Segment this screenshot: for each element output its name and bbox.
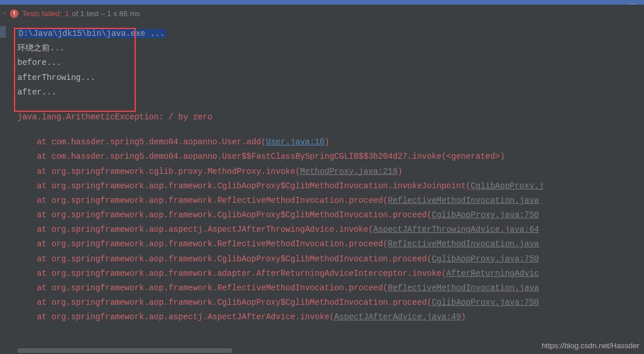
stack-source-link[interactable]: CglibAopProxy.java:750 xyxy=(432,210,539,220)
stack-frame: at org.springframework.aop.framework.Ref… xyxy=(17,194,638,208)
stack-source-link[interactable]: AspectJAfterAdvice.java:49 xyxy=(334,312,461,322)
stack-prefix: at org.springframework.cglib.proxy.Metho… xyxy=(17,167,300,176)
stack-prefix: at org.springframework.aop.framework.Cgl… xyxy=(17,210,432,220)
stack-prefix: at org.springframework.aop.framework.ada… xyxy=(17,269,446,278)
exception-line: java.lang.ArithmeticException: / by zero xyxy=(17,110,638,125)
stack-prefix: at org.springframework.aop.framework.Ref… xyxy=(17,283,388,293)
stack-source-link[interactable]: ReflectiveMethodInvocation.java xyxy=(388,196,539,205)
stack-frame: at org.springframework.aop.framework.Cgl… xyxy=(17,252,638,267)
output-line: 环绕之前... xyxy=(17,41,638,56)
output-line: after... xyxy=(17,85,638,100)
stack-prefix: at org.springframework.aop.aspectj.Aspec… xyxy=(17,225,373,234)
stack-source-link[interactable]: MethodProxy.java:218 xyxy=(300,167,397,176)
status-detail: of 1 test – 1 s 86 ms xyxy=(72,9,140,18)
stack-source-link[interactable]: CglibAopProxy.j xyxy=(471,181,544,191)
stack-frame: at org.springframework.aop.framework.Cgl… xyxy=(17,179,638,194)
stack-suffix: ) xyxy=(397,167,402,176)
watermark-text: https://blog.csdn.net/Hassder xyxy=(542,341,639,350)
stack-frame: at org.springframework.aop.framework.Ref… xyxy=(17,281,638,295)
stack-trace: at com.hassder.spring5.demo04.aopanno.Us… xyxy=(17,135,638,324)
stack-prefix: at org.springframework.aop.framework.Cgl… xyxy=(17,298,432,307)
stack-source-link[interactable]: ReflectiveMethodInvocation.java xyxy=(388,283,539,293)
status-count: 1 xyxy=(65,9,69,18)
stack-prefix: at com.hassder.spring5.demo04.aopanno.Us… xyxy=(17,152,505,161)
minimize-icon[interactable]: — xyxy=(629,0,635,9)
command-line: D:\Java\jdk15\bin\java.exe ... xyxy=(17,27,638,41)
stack-suffix: ) xyxy=(461,312,466,322)
console-output: D:\Java\jdk15\bin\java.exe ... 环绕之前... b… xyxy=(0,22,644,331)
stack-frame: at org.springframework.aop.framework.Ref… xyxy=(17,237,638,251)
stack-frame: at org.springframework.aop.framework.Cgl… xyxy=(17,208,638,222)
stack-frame: at org.springframework.aop.framework.ada… xyxy=(17,267,638,281)
stack-source-link[interactable]: CglibAopProxy.java:750 xyxy=(432,298,539,307)
stack-frame: at org.springframework.cglib.proxy.Metho… xyxy=(17,165,638,179)
stack-prefix: at org.springframework.aop.aspectj.Aspec… xyxy=(17,312,334,322)
stack-source-link[interactable]: CglibAopProxy.java:750 xyxy=(432,254,539,264)
stack-prefix: at org.springframework.aop.framework.Cgl… xyxy=(17,181,471,191)
stack-prefix: at org.springframework.aop.framework.Cgl… xyxy=(17,254,432,264)
stack-prefix: at org.springframework.aop.framework.Ref… xyxy=(17,239,388,249)
stack-suffix: ) xyxy=(324,137,329,147)
test-fail-icon: ! xyxy=(10,9,19,18)
stack-frame: at org.springframework.aop.aspectj.Aspec… xyxy=(17,222,638,237)
top-bar xyxy=(0,0,644,5)
stack-source-link[interactable]: AfterReturningAdvic xyxy=(446,269,539,278)
stack-frame: at com.hassder.spring5.demo04.aopanno.Us… xyxy=(17,135,638,149)
stack-prefix: at org.springframework.aop.framework.Ref… xyxy=(17,196,388,205)
test-status-text: Tests failed: 1 of 1 test – 1 s 86 ms xyxy=(22,9,140,18)
java-cmd: D:\Java\jdk15\bin\java.exe ... xyxy=(17,29,166,38)
chevron-right-icon[interactable]: › xyxy=(3,10,6,17)
stack-source-link[interactable]: User.java:10 xyxy=(266,137,324,147)
horizontal-scrollbar[interactable] xyxy=(17,348,232,353)
stack-source-link[interactable]: ReflectiveMethodInvocation.java xyxy=(388,239,539,249)
stack-frame: at com.hassder.spring5.demo04.aopanno.Us… xyxy=(17,149,638,164)
output-line: before... xyxy=(17,56,638,70)
status-label: Tests failed: xyxy=(22,9,62,18)
stack-source-link[interactable]: AspectJAfterThrowingAdvice.java:64 xyxy=(373,225,539,234)
test-status-bar: › ! Tests failed: 1 of 1 test – 1 s 86 m… xyxy=(0,5,644,22)
output-line: afterThrowing... xyxy=(17,71,638,85)
stack-prefix: at com.hassder.spring5.demo04.aopanno.Us… xyxy=(17,137,266,147)
stack-frame: at org.springframework.aop.framework.Cgl… xyxy=(17,295,638,310)
stack-frame: at org.springframework.aop.aspectj.Aspec… xyxy=(17,310,638,324)
